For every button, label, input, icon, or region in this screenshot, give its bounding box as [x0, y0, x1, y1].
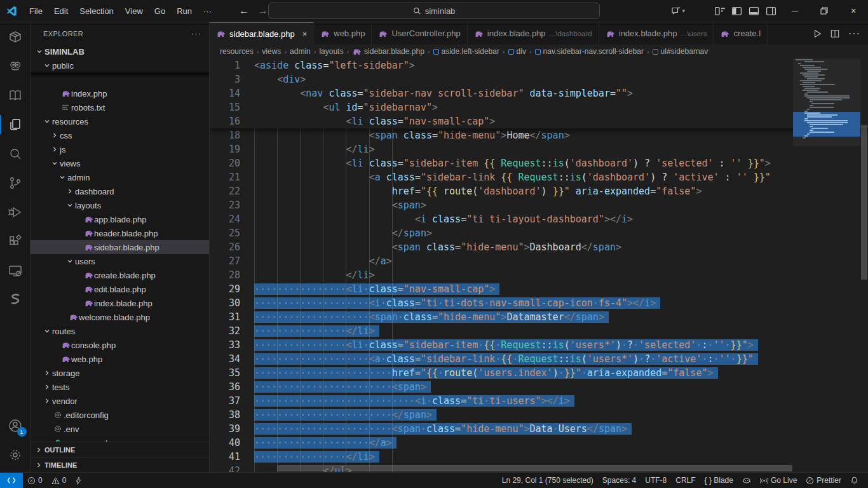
bell-icon[interactable]	[846, 473, 863, 488]
warnings-icon[interactable]: 0	[47, 473, 71, 488]
monkey-extension-icon[interactable]	[0, 51, 31, 81]
tab-close-icon[interactable]: ×	[302, 29, 308, 39]
tree-item-index-blade-php[interactable]: index.blade.php	[31, 296, 209, 310]
tree-item-dashboard[interactable]: dashboard	[31, 184, 209, 198]
breadcrumb-item-sidebar-blade-php[interactable]: sidebar.blade.php	[352, 47, 424, 56]
tab-sidebar-blade-php[interactable]: sidebar.blade.php×	[210, 22, 314, 44]
menu-edit[interactable]: Edit	[48, 4, 74, 18]
breadcrumb-item-admin[interactable]: admin	[290, 47, 311, 56]
status--blade[interactable]: { } Blade	[700, 473, 738, 488]
tree-item-routes[interactable]: routes	[31, 324, 209, 338]
tree-item-css[interactable]: css	[31, 128, 209, 142]
tree-item-admin[interactable]: admin	[31, 170, 209, 184]
horizontal-scrollbar[interactable]	[277, 465, 785, 471]
tree-item-vendor[interactable]: vendor	[31, 394, 209, 408]
tab-web-php[interactable]: web.php	[314, 22, 372, 44]
breadcrumb-item-views[interactable]: views	[262, 47, 281, 56]
tab-label: web.php	[334, 29, 365, 38]
minimap[interactable]	[793, 58, 860, 472]
breadcrumb-item-resources[interactable]: resources	[220, 47, 254, 56]
tree-item--env-example[interactable]: $.env.example	[31, 436, 209, 442]
remote-explorer-icon[interactable]	[0, 256, 31, 285]
restore-icon[interactable]	[810, 0, 839, 22]
menu-go[interactable]: Go	[149, 4, 171, 18]
explorer-files-icon[interactable]	[0, 110, 31, 139]
toggle-secondary-sidebar-icon[interactable]	[766, 6, 776, 17]
prettier-icon[interactable]: Prettier	[801, 473, 846, 488]
breadcrumb-item-div[interactable]: div	[508, 47, 526, 56]
tab-create-l[interactable]: create.l	[714, 22, 768, 44]
menu-[interactable]: ···	[198, 4, 217, 18]
tab-usercontroller-php[interactable]: UserController.php	[372, 22, 467, 44]
toggle-primary-sidebar-icon[interactable]	[731, 6, 742, 17]
tree-item-web-php[interactable]: web.php	[31, 352, 209, 366]
source-control-icon[interactable]	[0, 168, 31, 198]
errors-icon[interactable]: 0	[23, 473, 47, 488]
search-icon[interactable]	[0, 139, 31, 168]
section-outline[interactable]: OUTLINE	[31, 442, 209, 457]
copilot-status-icon[interactable]	[738, 473, 756, 488]
book-icon[interactable]	[0, 81, 31, 110]
tree-item-users[interactable]: users	[31, 254, 209, 268]
tree-item-sidebar-blade-php[interactable]: sidebar.blade.php	[31, 240, 209, 254]
symbol-icon	[653, 49, 658, 55]
tree-item--editorconfig[interactable]: .editorconfig	[31, 408, 209, 422]
split-editor-icon[interactable]	[831, 29, 839, 38]
menu-selection[interactable]: Selection	[74, 4, 119, 18]
vertical-scrollbar[interactable]	[860, 58, 868, 472]
remote-icon[interactable]	[0, 473, 23, 488]
tree-item-resources[interactable]: resources	[31, 114, 209, 128]
tree-item-siminlab[interactable]: SIMINLAB	[31, 44, 209, 58]
status-utf-8[interactable]: UTF-8	[641, 473, 671, 488]
tree-item-index-php[interactable]: index.php	[31, 86, 209, 100]
tree-item--env[interactable]: .env	[31, 422, 209, 436]
minimize-icon[interactable]: ─	[780, 0, 810, 22]
copilot-chat-icon[interactable]: ▾	[667, 3, 689, 18]
broadcast-icon[interactable]: Go Live	[756, 473, 801, 488]
container-icon[interactable]	[0, 22, 31, 51]
ellipsis-icon[interactable]: ···	[848, 28, 860, 39]
tree-item-app-blade-php[interactable]: app.blade.php	[31, 212, 209, 226]
tree-item-views[interactable]: views	[31, 156, 209, 170]
breadcrumb-item-layouts[interactable]: layouts	[319, 47, 343, 56]
run-debug-icon[interactable]	[0, 198, 31, 227]
tree-item-tests[interactable]: tests	[31, 380, 209, 394]
toggle-panel-icon[interactable]	[749, 6, 759, 17]
breadcrumb-item-ul-sidebarnav[interactable]: ul#sidebarnav	[653, 47, 709, 56]
s-logo-icon[interactable]	[0, 285, 31, 315]
close-icon[interactable]: ×	[839, 0, 868, 22]
ellipsis-icon[interactable]: ···	[191, 29, 201, 38]
breadcrumb-item-nav-sidebar-nav-scroll-sidebar[interactable]: nav.sidebar-nav.scroll-sidebar	[535, 47, 644, 56]
status-spaces-4[interactable]: Spaces: 4	[598, 473, 641, 488]
tree-item-js[interactable]: js	[31, 142, 209, 156]
bolt-icon[interactable]	[71, 473, 86, 488]
account-icon[interactable]: 1	[0, 411, 31, 440]
command-center-search[interactable]: siminlab	[268, 3, 600, 19]
menu-run[interactable]: Run	[171, 4, 198, 18]
tree-item-header-blade-php[interactable]: header.blade.php	[31, 226, 209, 240]
tree-item-welcome-blade-php[interactable]: welcome.blade.php	[31, 310, 209, 324]
nav-back-icon[interactable]: ←	[239, 5, 249, 17]
tree-item-storage[interactable]: storage	[31, 366, 209, 380]
tree-item-public[interactable]: public	[31, 58, 209, 72]
code-editor[interactable]: 1<aside class="left-sidebar">3 <div>14 <…	[210, 58, 868, 472]
breadcrumb-item-aside-left-sidebar[interactable]: aside.left-sidebar	[433, 47, 499, 56]
extensions-icon[interactable]	[0, 227, 31, 256]
tree-item-edit-blade-php[interactable]: edit.blade.php	[31, 282, 209, 296]
breadcrumb-separator: ›	[257, 48, 259, 55]
settings-gear-icon[interactable]	[0, 440, 31, 470]
tree-item-robots-txt[interactable]: robots.txt	[31, 100, 209, 114]
menu-view[interactable]: View	[119, 4, 149, 18]
status-ln-29-col-1-750-selected-[interactable]: Ln 29, Col 1 (750 selected)	[498, 473, 598, 488]
run-icon[interactable]	[813, 29, 822, 38]
tab-index-blade-php[interactable]: index.blade.php...\dashboard	[468, 22, 599, 44]
status-crlf[interactable]: CRLF	[671, 473, 700, 488]
tree-item-create-blade-php[interactable]: create.blade.php	[31, 268, 209, 282]
tree-item-console-php[interactable]: console.php	[31, 338, 209, 352]
section-timeline[interactable]: TIMELINE	[31, 457, 209, 472]
menu-file[interactable]: File	[24, 4, 48, 18]
tab-index-blade-php[interactable]: index.blade.php...\users	[599, 22, 714, 44]
customize-layout-icon[interactable]	[714, 6, 725, 17]
tree-item-layouts[interactable]: layouts	[31, 198, 209, 212]
nav-forward-icon[interactable]: →	[258, 5, 268, 17]
